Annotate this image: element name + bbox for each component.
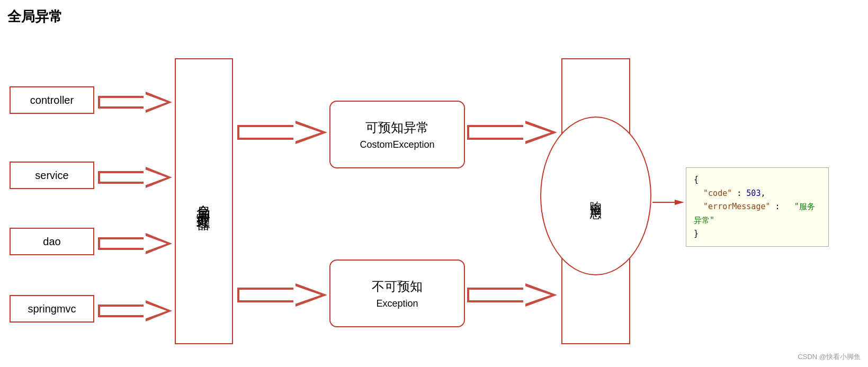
json-value-code: 503 (746, 189, 760, 198)
box-controller: controller (10, 86, 94, 114)
arrow-springmvc-to-handler (98, 300, 172, 321)
arrow-exception-to-response (467, 283, 557, 307)
json-code-line2: "errorMessage" : "服务异常" (694, 200, 821, 227)
svg-marker-17 (675, 200, 684, 205)
json-sep-1: : (737, 189, 746, 198)
arrow-handler-to-exception (237, 283, 327, 307)
exception-box: 不可预知 Exception (329, 259, 465, 327)
arrow-handler-to-custom (237, 121, 327, 144)
json-brace-open: { (694, 173, 821, 187)
json-key-error: "errorMessage" (694, 202, 771, 211)
box-dao: dao (10, 228, 94, 255)
custom-exception-label2: CostomException (360, 139, 434, 150)
json-box: { "code" : 503, "errorMessage" : "服务异常" … (686, 167, 829, 247)
json-sep-2: : (775, 202, 790, 211)
custom-exception-label1: 可预知异常 (365, 119, 429, 136)
global-handler-box: 全局异常处理器 (175, 58, 233, 344)
arrow-service-to-handler (98, 167, 172, 188)
json-brace-close: } (694, 227, 821, 241)
json-key-code: "code" (694, 189, 732, 198)
page-title: 全局异常 (7, 7, 62, 26)
response-ellipse: 响应消息 (540, 117, 651, 275)
arrow-dao-to-handler (98, 233, 172, 254)
arrow-controller-to-handler (98, 92, 172, 113)
watermark: CSDN @快看小脚鱼 (798, 352, 861, 362)
arrow-custom-to-response (467, 121, 557, 144)
box-service: service (10, 162, 94, 189)
custom-exception-box: 可预知异常 CostomException (329, 101, 465, 168)
exception-label1: 不可预知 (372, 278, 423, 295)
arrow-response-to-json (652, 198, 684, 207)
exception-label2: Exception (376, 298, 418, 309)
box-springmvc: springmvc (10, 295, 94, 323)
json-code-line: "code" : 503, (694, 187, 821, 201)
